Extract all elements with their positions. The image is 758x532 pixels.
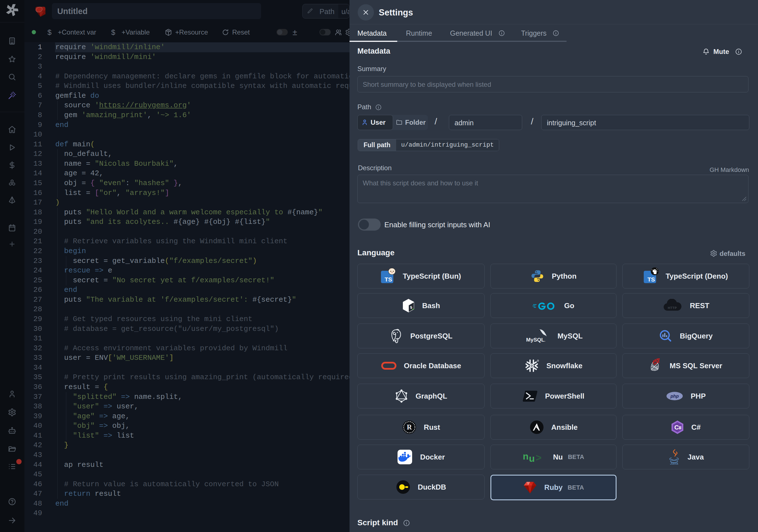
svg-text:Java: Java [670,461,678,465]
svg-text:C: C [674,424,679,431]
svg-text:n: n [523,451,529,462]
svg-text:>: > [536,452,541,463]
svg-text:u: u [529,453,535,463]
svg-text:R: R [407,423,412,431]
svg-text:php: php [671,394,679,399]
svg-text:HTTP: HTTP [668,306,677,309]
svg-text:MySQL.: MySQL. [526,337,545,343]
